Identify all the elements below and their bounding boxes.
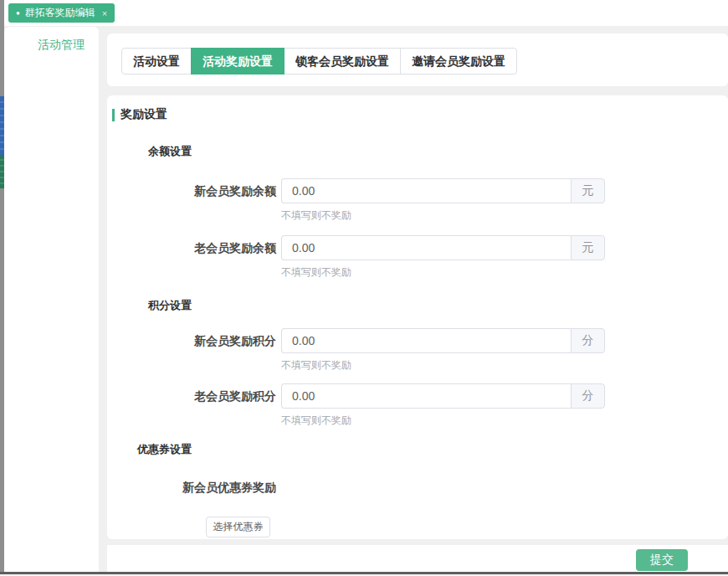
group-title-balance: 余额设置 [107,144,192,159]
page-tab-reward-edit[interactable]: ● 群拓客奖励编辑 × [8,3,115,23]
new-member-points-input[interactable] [281,328,571,353]
tabs-card: 活动设置 活动奖励设置 锁客会员奖励设置 邀请会员奖励设置 [107,33,728,86]
input-group-old-member-points: 分 [281,383,605,409]
select-coupon-button[interactable]: 选择优惠券 [206,517,270,537]
field-label-old-member-balance: 老会员奖励余额 [107,235,276,260]
page-tab-label: 群拓客奖励编辑 [25,6,95,20]
tab-activity-settings[interactable]: 活动设置 [121,48,192,75]
group-title-points: 积分设置 [107,298,192,313]
open-tabs-bar: ● 群拓客奖励编辑 × [4,0,728,26]
unit-addon-yuan: 元 [571,235,605,260]
label-new-member-coupon-reward: 新会员优惠券奖励 [107,479,276,496]
unit-addon-fen: 分 [571,328,605,353]
section-accent-bar [112,109,115,121]
field-hint: 不填写则不奖励 [281,265,351,280]
unit-addon-yuan: 元 [571,178,605,203]
tab-activity-reward-settings[interactable]: 活动奖励设置 [191,48,285,75]
active-dot-icon: ● [16,10,20,17]
workspace: 活动管理 活动设置 活动奖励设置 锁客会员奖励设置 邀请会员奖励设置 奖励设置 … [4,26,728,576]
submit-button[interactable]: 提交 [636,549,688,571]
tab-lock-member-reward-settings[interactable]: 锁客会员奖励设置 [284,48,401,75]
field-label-old-member-points: 老会员奖励积分 [107,383,276,409]
tab-invite-member-reward-settings[interactable]: 邀请会员奖励设置 [400,48,517,75]
field-hint: 不填写则不奖励 [281,208,351,223]
input-group-new-member-points: 分 [281,328,605,353]
footer-bar: 提交 [107,545,728,572]
unit-addon-fen: 分 [571,383,605,409]
reward-form-card: 奖励设置 余额设置 新会员奖励余额 元 不填写则不奖励 老会员奖励余额 元 不填… [107,95,728,539]
field-label-new-member-balance: 新会员奖励余额 [107,178,276,203]
sidebar-item-activity-management[interactable]: 活动管理 [4,27,99,53]
field-hint: 不填写则不奖励 [281,414,351,428]
old-member-points-input[interactable] [281,383,571,409]
new-member-balance-input[interactable] [281,178,571,203]
input-group-new-member-balance: 元 [281,178,605,203]
input-group-old-member-balance: 元 [281,235,605,260]
field-hint: 不填写则不奖励 [281,358,351,373]
sidebar: 活动管理 [4,27,99,572]
settings-tab-group: 活动设置 活动奖励设置 锁客会员奖励设置 邀请会员奖励设置 [121,48,517,75]
group-title-coupon: 优惠券设置 [107,442,192,457]
field-label-new-member-points: 新会员奖励积分 [107,328,276,353]
old-member-balance-input[interactable] [281,235,571,260]
section-title: 奖励设置 [120,107,167,122]
section-header: 奖励设置 [112,107,167,122]
close-icon[interactable]: × [102,8,107,18]
